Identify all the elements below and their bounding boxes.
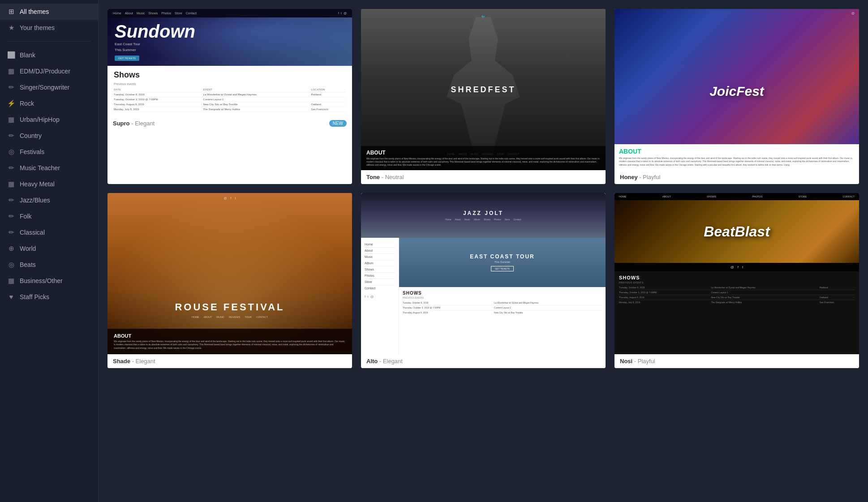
tone-preview: 🐦 SHREDFEST HOME ABOUT MUSIC REVIEWS TOU… [361, 9, 606, 170]
alto-hero-nav: Home About Music Album Shows Photos Stor… [445, 218, 521, 221]
beats-icon: ◎ [7, 261, 15, 269]
folk-icon: ✏ [7, 212, 15, 220]
nosi-prev-label: PREVIOUS EVENTS [619, 281, 855, 284]
sidebar-categories-section: ⬜ Blank ▦ EDM/DJ/Producer ✏ Singer/Songw… [0, 43, 98, 308]
table-row: Thursday, October 3, 2019 @ 7:00PM Conte… [619, 290, 855, 295]
theme-card-honey[interactable]: @ JoicFest HOME ABOUT MUSIC REVIEWS TOUR… [614, 9, 859, 184]
table-row: Tuesday, October 8, 2019 La Wonderbar w/… [403, 300, 602, 305]
sidebar-item-business[interactable]: ▦ Business/Other [0, 273, 98, 289]
alto-right-content: EAST COAST TOUR This Summer GET TICKETS … [399, 238, 606, 354]
grid-icon: ⊞ [7, 8, 15, 16]
sidebar-item-festivals[interactable]: ◎ Festivals [0, 144, 98, 160]
sidebar-label-jazz: Jazz/Blues [20, 197, 50, 204]
nosi-preview: HOME ABOUT SHOWS PHOTOS STORE CONTACT Be… [614, 193, 859, 354]
shade-hero-title: ROUSE FESTIVAL [175, 301, 284, 313]
jazz-icon: ✏ [7, 196, 15, 204]
world-icon: ⊕ [7, 245, 15, 253]
supro-hero-sub1: East Coast Tour [115, 42, 345, 46]
alto-table: Tuesday, October 8, 2019 La Wonderbar w/… [403, 300, 602, 315]
honey-theme-name: Honey - Playful [620, 174, 660, 180]
supro-badge: NEW [329, 120, 347, 127]
classical-icon: ✏ [7, 228, 15, 236]
alto-tour-title: EAST COAST TOUR [470, 253, 534, 260]
supro-col-date: DATE [114, 87, 203, 92]
shade-footer: Shade - Elegant [107, 354, 352, 368]
nosi-top-nav: HOME ABOUT SHOWS PHOTOS STORE CONTACT [614, 193, 859, 200]
supro-footer: Supro - Elegant NEW [107, 116, 352, 130]
theme-card-supro[interactable]: Home About Music Shows Photos Store Cont… [107, 9, 352, 184]
supro-prev-label: Previous events [114, 82, 346, 86]
sidebar-item-world[interactable]: ⊕ World [0, 240, 98, 257]
sidebar-label-rock: Rock [20, 100, 34, 107]
sidebar-item-staff-picks[interactable]: ♥ Staff Picks [0, 289, 98, 305]
table-row: Thursday, October 3, 2019 @ 7:00PM Conte… [403, 305, 602, 310]
table-row: Monday, July 8, 2019 The Stargrade w/ Me… [114, 107, 346, 112]
supro-theme-name: Supro - Elegant [113, 120, 155, 127]
sidebar-label-blank: Blank [20, 51, 35, 59]
nosi-shows-title: SHOWS [619, 275, 855, 280]
honey-about: ABOUT We originate from the sandy plains… [614, 144, 859, 171]
alto-prev-label: PREVIOUS EVENTS [403, 296, 602, 299]
sidebar-label-world: World [20, 245, 36, 252]
sidebar-top-section: ⊞ All themes ★ Your themes [0, 0, 98, 39]
sidebar-item-folk[interactable]: ✏ Folk [0, 208, 98, 224]
sidebar-item-edm[interactable]: ▦ EDM/DJ/Producer [0, 63, 98, 79]
nosi-footer: Nosi - Playful [614, 354, 859, 368]
honey-hero: @ JoicFest HOME ABOUT MUSIC REVIEWS TOUR… [614, 9, 859, 170]
sidebar-item-blank[interactable]: ⬜ Blank [0, 47, 98, 63]
shade-hero-content: ROUSE FESTIVAL HOME ABOUT MUSIC REVIEWS … [107, 203, 352, 354]
table-row: Tuesday, October 3, 2019 @ 7:00PM Conten… [114, 97, 346, 102]
honey-preview: @ JoicFest HOME ABOUT MUSIC REVIEWS TOUR… [614, 9, 859, 170]
sidebar: ⊞ All themes ★ Your themes ⬜ Blank ▦ EDM… [0, 0, 99, 502]
sidebar-label-music-teacher: Music Teacher [20, 164, 60, 172]
theme-card-nosi[interactable]: HOME ABOUT SHOWS PHOTOS STORE CONTACT Be… [614, 193, 859, 368]
star-icon: ★ [7, 24, 15, 32]
sidebar-item-classical[interactable]: ✏ Classical [0, 224, 98, 240]
tone-footer: Tone - Neutral [361, 170, 606, 184]
sidebar-item-beats[interactable]: ◎ Beats [0, 257, 98, 273]
table-row: Thursday, August 8, 2019 New City Silo w… [403, 310, 602, 315]
honey-hero-title: JoicFest [614, 17, 859, 165]
shade-theme-name: Shade - Elegant [113, 358, 155, 365]
edm-icon: ▦ [7, 67, 15, 75]
sidebar-item-jazz[interactable]: ✏ Jazz/Blues [0, 192, 98, 208]
sidebar-item-all-themes[interactable]: ⊞ All themes [0, 4, 98, 20]
tone-about-title: ABOUT [366, 150, 600, 156]
sidebar-label-folk: Folk [20, 213, 31, 220]
honey-about-title: ABOUT [619, 148, 855, 155]
supro-nav: Home About Music Shows Photos Store Cont… [107, 9, 352, 17]
sidebar-label-your-themes: Your themes [20, 24, 55, 31]
sidebar-item-rock[interactable]: ⚡ Rock [0, 95, 98, 112]
theme-card-tone[interactable]: 🐦 SHREDFEST HOME ABOUT MUSIC REVIEWS TOU… [361, 9, 606, 184]
alto-hero: JAZZ JOLT Home About Music Album Shows P… [361, 193, 606, 238]
sidebar-item-country[interactable]: ✏ Country [0, 128, 98, 144]
sidebar-item-singer[interactable]: ✏ Singer/Songwriter [0, 79, 98, 95]
teacher-icon: ✏ [7, 164, 15, 172]
alto-left-nav: Home About Music Album Shows Photos Stor… [361, 238, 399, 354]
sidebar-item-urban[interactable]: ▦ Urban/HipHop [0, 112, 98, 128]
tone-about: ABOUT We originate from the sandy plains… [361, 146, 606, 170]
honey-footer: Honey - Playful [614, 170, 859, 184]
country-icon: ✏ [7, 132, 15, 140]
themes-grid: Home About Music Shows Photos Store Cont… [107, 9, 859, 368]
sidebar-label-business: Business/Other [20, 277, 63, 284]
sidebar-divider [7, 41, 91, 42]
nosi-social: @ f t [614, 263, 859, 271]
sidebar-label-classical: Classical [20, 229, 45, 236]
theme-card-shade[interactable]: @ f t ROUSE FESTIVAL HOME ABOUT MUSIC RE [107, 193, 352, 368]
alto-preview: JAZZ JOLT Home About Music Album Shows P… [361, 193, 606, 354]
sidebar-item-your-themes[interactable]: ★ Your themes [0, 20, 98, 36]
alto-hero-title: JAZZ JOLT [463, 210, 503, 216]
nosi-shows: SHOWS PREVIOUS EVENTS Tuesday, October 8… [614, 271, 859, 354]
sidebar-item-heavy-metal[interactable]: ▦ Heavy Metal [0, 176, 98, 192]
alto-tour-btn: GET TICKETS [491, 266, 514, 271]
honey-top: @ [614, 9, 859, 17]
theme-card-alto[interactable]: JAZZ JOLT Home About Music Album Shows P… [361, 193, 606, 368]
alto-shows: SHOWS PREVIOUS EVENTS Tuesday, October 8… [399, 287, 606, 354]
supro-hero-sub2: This Summer [115, 48, 345, 52]
table-row: Thursday, August 8, 2019 New City Silo w… [619, 295, 855, 300]
sidebar-item-music-teacher[interactable]: ✏ Music Teacher [0, 160, 98, 176]
supro-hero-btn: GET TICKETS [115, 56, 139, 61]
nosi-theme-name: Nosi - Playful [620, 358, 655, 365]
alto-shows-title: SHOWS [403, 291, 602, 296]
